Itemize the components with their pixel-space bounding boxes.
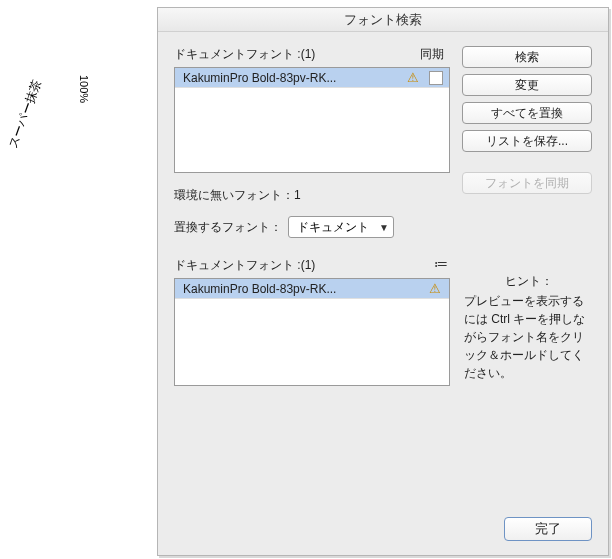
warning-icon: ⚠ — [405, 70, 421, 85]
replace-scope-value: ドキュメント — [297, 219, 369, 236]
replacement-fonts-list[interactable]: KakuminPro Bold-83pv-RK... ⚠ — [174, 278, 450, 386]
save-list-button[interactable]: リストを保存... — [462, 130, 592, 152]
missing-fonts-label: 環境に無いフォント：1 — [174, 187, 450, 204]
replace-scope-dropdown[interactable]: ドキュメント ▼ — [288, 216, 394, 238]
document-fonts-list[interactable]: KakuminPro Bold-83pv-RK... ⚠ — [174, 67, 450, 173]
sync-column-header: 同期 — [420, 46, 444, 63]
replace-with-label: 置換するフォント： — [174, 219, 282, 236]
font-list-item[interactable]: KakuminPro Bold-83pv-RK... ⚠ — [175, 279, 449, 299]
font-search-dialog: フォント検索 ドキュメントフォント :(1) 同期 KakuminPro Bol… — [157, 7, 609, 556]
zoom-level: 100% — [78, 75, 90, 103]
font-name: KakuminPro Bold-83pv-RK... — [183, 282, 427, 296]
sync-checkbox[interactable] — [429, 71, 443, 85]
list-menu-icon[interactable]: ≔ — [432, 256, 450, 272]
font-list-item[interactable]: KakuminPro Bold-83pv-RK... ⚠ — [175, 68, 449, 88]
warning-icon: ⚠ — [427, 281, 443, 296]
background-doc-title: スーパー抹茶 — [5, 77, 46, 150]
dialog-title: フォント検索 — [158, 8, 608, 32]
done-button[interactable]: 完了 — [504, 517, 592, 541]
document-fonts-label: ドキュメントフォント :(1) — [174, 46, 315, 63]
change-button[interactable]: 変更 — [462, 74, 592, 96]
sync-fonts-button: フォントを同期 — [462, 172, 592, 194]
font-name: KakuminPro Bold-83pv-RK... — [183, 71, 405, 85]
search-button[interactable]: 検索 — [462, 46, 592, 68]
chevron-down-icon: ▼ — [379, 222, 389, 233]
replacement-fonts-label: ドキュメントフォント :(1) — [174, 257, 315, 274]
hint-text: ヒント： プレビューを表示するには Ctrl キーを押しながらフォント名をクリッ… — [464, 272, 594, 382]
change-all-button[interactable]: すべてを置換 — [462, 102, 592, 124]
